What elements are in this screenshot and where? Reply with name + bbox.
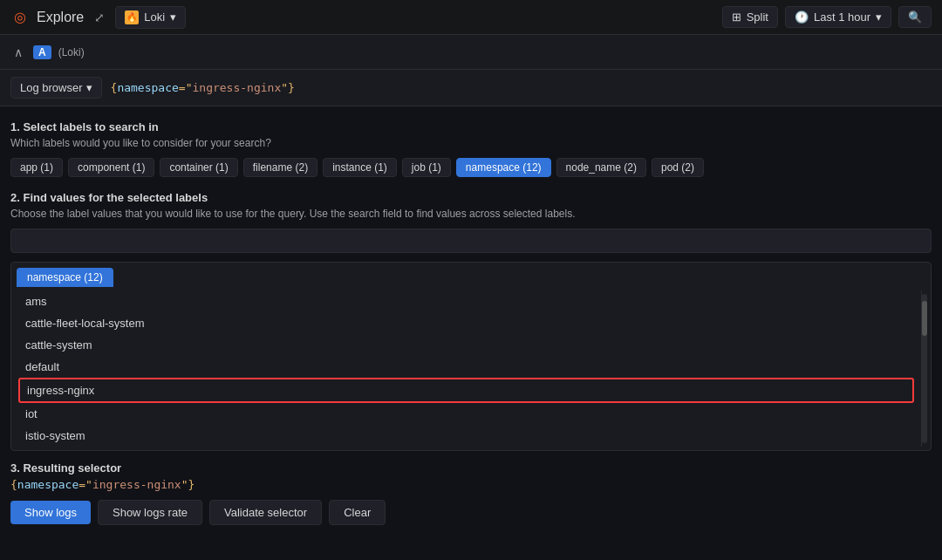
value-item-ingress-nginx[interactable]: ingress-nginx: [18, 378, 914, 403]
loki-tag: (Loki): [58, 46, 85, 58]
label-search-input[interactable]: [10, 229, 932, 253]
datasource-name: Loki: [144, 10, 165, 24]
namespace-tab[interactable]: namespace (12): [17, 268, 113, 287]
share-button[interactable]: ⤢: [91, 7, 108, 28]
value-item-ams[interactable]: ams: [18, 290, 914, 312]
query-label-a: A: [33, 45, 51, 59]
datasource-chevron: ▾: [170, 10, 176, 24]
clear-button[interactable]: Clear: [329, 500, 386, 525]
app-title: Explore: [37, 10, 84, 25]
label-tag-job[interactable]: job (1): [402, 158, 451, 177]
value-item-cattle-fleet[interactable]: cattle-fleet-local-system: [18, 312, 914, 334]
value-item-iot[interactable]: iot: [18, 403, 914, 425]
section3-title: 3. Resulting selector: [10, 461, 932, 475]
label-tags-container: app (1) component (1) container (1) file…: [10, 158, 932, 177]
time-range-button[interactable]: 🕐 Last 1 hour ▾: [785, 6, 891, 28]
log-browser-button[interactable]: Log browser ▾: [10, 77, 102, 99]
section2-title: 2. Find values for the selected labels: [10, 191, 932, 204]
time-chevron-icon: ▾: [876, 10, 882, 24]
split-label: Split: [747, 10, 768, 24]
log-browser-bar: Log browser ▾ {namespace="ingress-nginx"…: [0, 70, 942, 106]
section2-desc: Choose the label values that you would l…: [10, 208, 932, 220]
scrollbar-thumb[interactable]: [922, 301, 927, 336]
section1-desc: Which labels would you like to consider …: [10, 137, 932, 149]
zoom-button[interactable]: 🔍: [898, 6, 932, 28]
query-display: {namespace="ingress-nginx"}: [111, 81, 295, 94]
action-buttons: Show logs Show logs rate Validate select…: [10, 500, 932, 525]
values-panel: namespace (12) ams cattle-fleet-local-sy…: [10, 262, 932, 451]
value-item-cattle-system[interactable]: cattle-system: [18, 334, 914, 356]
show-logs-rate-button[interactable]: Show logs rate: [98, 500, 202, 525]
clock-icon: 🕐: [795, 10, 809, 24]
main-content: 1. Select labels to search in Which labe…: [0, 106, 942, 532]
show-logs-button[interactable]: Show logs: [10, 501, 91, 524]
collapse-button[interactable]: ∧: [10, 42, 26, 63]
label-tag-namespace[interactable]: namespace (12): [456, 158, 551, 177]
label-tag-container[interactable]: container (1): [160, 158, 237, 177]
explore-icon: ◎: [10, 8, 30, 27]
topnav: ◎ Explore ⤢ 🔥 Loki ▾ ⊞ Split 🕐 Last 1 ho…: [0, 0, 942, 35]
section2: 2. Find values for the selected labels C…: [10, 191, 932, 253]
split-icon: ⊞: [732, 10, 741, 24]
values-list-inner: ams cattle-fleet-local-system cattle-sys…: [11, 290, 931, 447]
label-tag-filename[interactable]: filename (2): [243, 158, 317, 177]
values-column: ams cattle-fleet-local-system cattle-sys…: [11, 290, 922, 447]
datasource-icon: 🔥: [125, 10, 139, 24]
resulting-selector: {namespace="ingress-nginx"}: [10, 478, 932, 491]
datasource-selector[interactable]: 🔥 Loki ▾: [115, 6, 186, 29]
value-item-default[interactable]: default: [18, 356, 914, 378]
label-tag-app[interactable]: app (1): [10, 158, 63, 177]
section1: 1. Select labels to search in Which labe…: [10, 120, 932, 177]
topnav-right: ⊞ Split 🕐 Last 1 hour ▾ 🔍: [722, 6, 932, 28]
log-browser-label: Log browser: [20, 81, 83, 94]
label-tag-instance[interactable]: instance (1): [323, 158, 397, 177]
section3: 3. Resulting selector {namespace="ingres…: [10, 461, 932, 532]
label-tag-component[interactable]: component (1): [68, 158, 154, 177]
label-tag-node-name[interactable]: node_name (2): [556, 158, 646, 177]
section1-title: 1. Select labels to search in: [10, 120, 932, 133]
value-item-istio-system[interactable]: istio-system: [18, 425, 914, 447]
validate-selector-button[interactable]: Validate selector: [209, 500, 322, 525]
topnav-left: ◎ Explore ⤢ 🔥 Loki ▾: [10, 6, 186, 29]
label-tag-pod[interactable]: pod (2): [652, 158, 704, 177]
split-button[interactable]: ⊞ Split: [722, 6, 778, 28]
values-list: ams cattle-fleet-local-system cattle-sys…: [11, 287, 931, 450]
log-browser-chevron: ▾: [86, 81, 92, 94]
query-bar: ∧ A (Loki): [0, 35, 942, 70]
scrollbar-track[interactable]: [922, 294, 927, 443]
time-range-label: Last 1 hour: [814, 10, 870, 24]
